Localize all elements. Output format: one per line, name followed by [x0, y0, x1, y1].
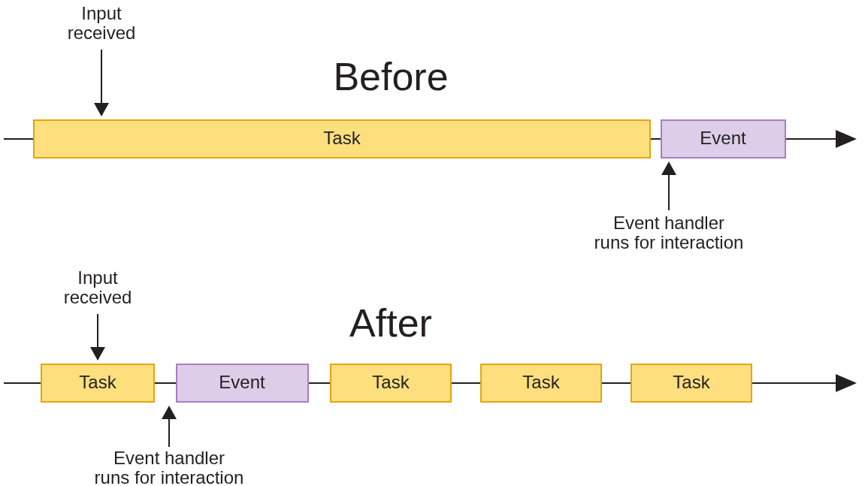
after-task-block-2: Task	[331, 364, 451, 402]
axis-arrowhead	[836, 374, 857, 392]
event-handler-label-l2: runs for interaction	[594, 232, 744, 252]
before-input-received-annotation: Input received	[68, 3, 136, 116]
before-task-block: Task	[34, 120, 650, 158]
event-box-label: Event	[700, 128, 746, 148]
event-box-label: Event	[219, 372, 265, 392]
before-event-handler-annotation: Event handler runs for interaction	[594, 161, 744, 252]
before-title: Before	[333, 55, 448, 98]
arrow-down-head	[94, 103, 109, 116]
after-task-block-4: Task	[631, 364, 752, 402]
after-event-handler-annotation: Event handler runs for interaction	[95, 406, 244, 486]
input-received-label-l1: Input	[81, 3, 122, 23]
before-event-block: Event	[661, 120, 785, 158]
event-handler-label-l1: Event handler	[113, 448, 225, 468]
after-task-block-3: Task	[481, 364, 601, 402]
task-scheduling-diagram: Before Input received Task Event Event h…	[0, 0, 868, 486]
input-received-label-l1: Input	[77, 267, 118, 288]
input-received-label-l2: received	[68, 23, 136, 43]
arrow-down-head	[90, 347, 105, 361]
after-input-received-annotation: Input received	[64, 267, 132, 361]
task-box-label: Task	[673, 372, 710, 392]
axis-arrowhead	[836, 130, 857, 148]
input-received-label-l2: received	[64, 287, 132, 307]
task-box-label: Task	[79, 372, 116, 392]
after-section: After Input received Task Event Task	[4, 267, 857, 486]
after-task-block-1: Task	[41, 364, 154, 402]
task-box-label: Task	[522, 372, 560, 392]
task-box-label: Task	[323, 128, 361, 148]
event-handler-label-l1: Event handler	[613, 213, 724, 233]
after-event-block: Event	[177, 364, 308, 402]
task-box-label: Task	[372, 372, 410, 392]
before-section: Before Input received Task Event Event h…	[4, 3, 857, 252]
after-title: After	[349, 301, 432, 345]
arrow-up-head	[661, 161, 676, 175]
event-handler-label-l2: runs for interaction	[95, 467, 244, 486]
arrow-up-head	[162, 406, 177, 419]
